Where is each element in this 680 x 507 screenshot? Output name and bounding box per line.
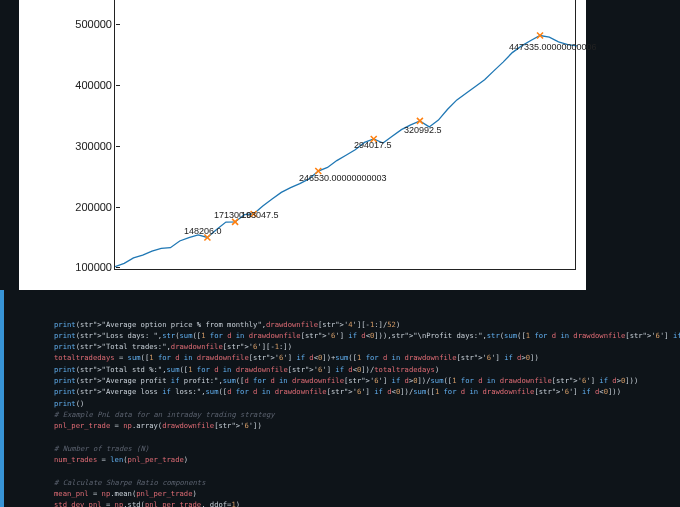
marker-label: 148206.0 <box>184 226 222 236</box>
marker-label: 193047.5 <box>241 210 279 220</box>
ytick: 100000 <box>52 261 112 273</box>
ytick: 300000 <box>52 140 112 152</box>
marker-label: 320992.5 <box>404 125 442 135</box>
code-editor[interactable]: print(str">"Average option price % from … <box>0 290 680 507</box>
ytick: 200000 <box>52 201 112 213</box>
ytick: 400000 <box>52 79 112 91</box>
marker-label: 246530.00000000003 <box>299 173 387 183</box>
ytick: 500000 <box>52 18 112 30</box>
equity-chart: 100000 200000 300000 400000 500000 14820… <box>19 0 586 290</box>
marker-label: 294017.5 <box>354 140 392 150</box>
marker-label: 447335.00000000006 <box>509 42 597 52</box>
marker-x-icon <box>417 118 423 124</box>
